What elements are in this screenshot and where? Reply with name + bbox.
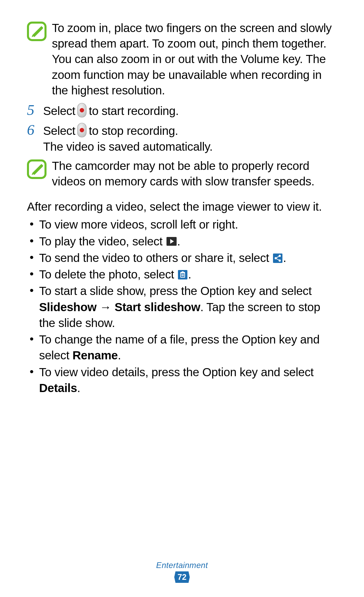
bullet-arrow: → bbox=[96, 300, 115, 314]
step-number: 6 bbox=[27, 123, 43, 138]
bullet-text: . bbox=[118, 349, 121, 362]
step-text-after: to start recording. bbox=[89, 103, 179, 119]
share-icon bbox=[273, 253, 282, 263]
svg-rect-16 bbox=[182, 271, 184, 272]
record-button-icon bbox=[77, 103, 87, 118]
note-icon bbox=[27, 22, 49, 42]
stop-button-icon bbox=[77, 123, 87, 138]
bullet-bold: Details bbox=[39, 381, 77, 394]
paragraph-after-recording: After recording a video, select the imag… bbox=[27, 199, 337, 214]
page-number-badge: 72 bbox=[174, 571, 190, 583]
document-page: To zoom in, place two fingers on the scr… bbox=[0, 0, 364, 597]
delete-icon bbox=[178, 270, 187, 279]
list-item: To view video details, press the Option … bbox=[27, 364, 337, 396]
svg-point-3 bbox=[80, 108, 84, 112]
bullet-text-before: To play the video, select bbox=[39, 235, 162, 248]
step-text-line2: The video is saved automatically. bbox=[43, 139, 337, 154]
list-item: To change the name of a file, press the … bbox=[27, 331, 337, 363]
bullet-text: To view more videos, scroll left or righ… bbox=[39, 218, 238, 231]
note-zoom: To zoom in, place two fingers on the scr… bbox=[27, 20, 337, 98]
step-number: 5 bbox=[27, 103, 43, 118]
svg-point-5 bbox=[80, 128, 84, 132]
note-icon bbox=[27, 159, 49, 180]
bullet-text: . bbox=[77, 381, 80, 394]
bullet-text-after: . bbox=[188, 268, 191, 281]
list-item: To start a slide show, press the Option … bbox=[27, 283, 337, 331]
step-5: 5 Select to star bbox=[27, 103, 337, 119]
list-item: To delete the photo, select . bbox=[27, 266, 337, 282]
bullet-text: To view video details, press the Option … bbox=[39, 365, 314, 379]
bullet-text-after: . bbox=[177, 235, 180, 248]
note-text: To zoom in, place two fingers on the scr… bbox=[52, 20, 337, 98]
step-text-before: Select bbox=[43, 103, 75, 119]
step-text-before: Select bbox=[43, 123, 75, 139]
play-icon bbox=[166, 237, 177, 246]
footer-category: Entertainment bbox=[0, 561, 364, 570]
bullet-bold: Rename bbox=[72, 349, 118, 362]
svg-rect-9 bbox=[273, 253, 282, 263]
step-6: 6 Select to stop bbox=[27, 123, 337, 155]
step-text-after: to stop recording. bbox=[89, 123, 178, 139]
bullet-bold: Slideshow bbox=[39, 300, 96, 314]
bullet-list: To view more videos, scroll left or righ… bbox=[27, 216, 337, 396]
bullet-text-after: . bbox=[283, 251, 286, 264]
bullet-bold: Start slideshow bbox=[115, 300, 200, 314]
bullet-text-before: To delete the photo, select bbox=[39, 268, 174, 281]
list-item: To send the video to others or share it,… bbox=[27, 250, 337, 266]
bullet-text-before: To send the video to others or share it,… bbox=[39, 251, 269, 264]
page-footer: Entertainment 72 bbox=[0, 561, 364, 583]
note-camcorder: The camcorder may not be able to properl… bbox=[27, 158, 337, 189]
list-item: To view more videos, scroll left or righ… bbox=[27, 216, 337, 232]
bullet-text: To start a slide show, press the Option … bbox=[39, 284, 312, 297]
list-item: To play the video, select . bbox=[27, 233, 337, 249]
note-text: The camcorder may not be able to properl… bbox=[52, 158, 337, 189]
